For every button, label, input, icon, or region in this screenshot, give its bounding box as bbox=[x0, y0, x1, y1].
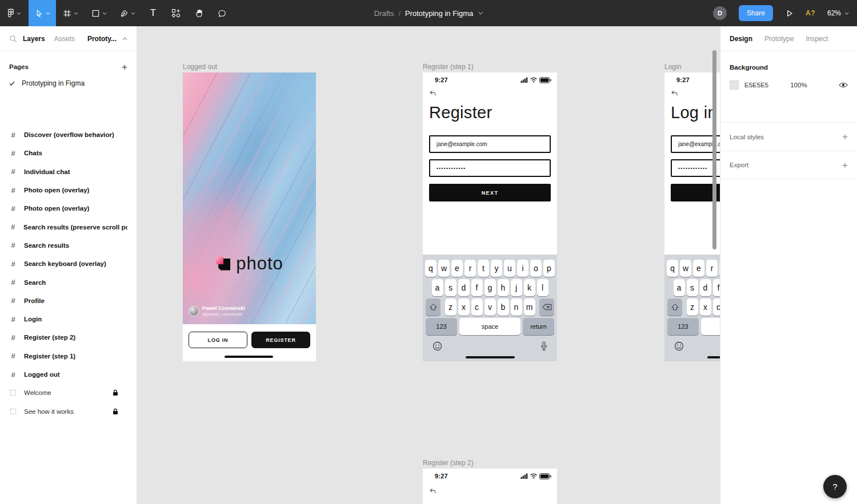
text-tool-button[interactable]: T bbox=[142, 0, 165, 26]
register-button[interactable]: REGISTER bbox=[251, 332, 310, 348]
export-row[interactable]: Export + bbox=[720, 151, 857, 179]
password-field[interactable]: •••••••••••• bbox=[429, 159, 551, 177]
keyboard-key[interactable]: o bbox=[530, 260, 542, 277]
keyboard-key[interactable]: f bbox=[713, 279, 720, 296]
keyboard-key[interactable]: z bbox=[445, 299, 456, 316]
keyboard-key[interactable]: i bbox=[517, 260, 528, 277]
page-item-current[interactable]: Prototyping in Figma bbox=[0, 75, 137, 91]
hand-tool-button[interactable] bbox=[187, 0, 210, 26]
frame-label-logged-out[interactable]: Logged out bbox=[183, 63, 217, 71]
color-opacity-value[interactable]: 100% bbox=[790, 82, 807, 88]
chevron-down-icon[interactable] bbox=[478, 11, 483, 15]
keyboard-key[interactable]: h bbox=[498, 279, 509, 296]
layer-row-chats[interactable]: Chats bbox=[0, 144, 137, 162]
emoji-icon[interactable] bbox=[432, 341, 442, 351]
space-key[interactable]: space bbox=[701, 318, 720, 335]
keyboard-key[interactable]: t bbox=[478, 260, 489, 277]
keyboard-key[interactable]: r bbox=[464, 260, 476, 277]
breadcrumb-folder[interactable]: Drafts bbox=[374, 9, 394, 18]
keyboard-key[interactable]: y bbox=[491, 260, 502, 277]
next-button[interactable]: NEXT bbox=[429, 184, 551, 201]
layer-row-profile[interactable]: Profile bbox=[0, 292, 137, 310]
keyboard-key[interactable]: n bbox=[511, 299, 522, 316]
keyboard-key[interactable]: c bbox=[713, 299, 720, 316]
layer-row-search-results[interactable]: Search results bbox=[0, 236, 137, 255]
canvas-frame-register-step1[interactable]: 9:27 Register jane@example.com •••••••••… bbox=[423, 72, 557, 361]
color-hex-value[interactable]: E5E5E5 bbox=[744, 82, 768, 88]
search-icon[interactable] bbox=[9, 35, 17, 43]
lock-icon[interactable] bbox=[113, 389, 118, 396]
keyboard-key[interactable]: f bbox=[471, 279, 483, 296]
layer-row-search-keyboard[interactable]: Search keyboard (overlay) bbox=[0, 255, 137, 273]
layer-row-search[interactable]: Search bbox=[0, 273, 137, 291]
tab-prototype[interactable]: Prototy... bbox=[87, 35, 117, 43]
collapse-chevron-icon[interactable] bbox=[122, 37, 127, 41]
layer-row-welcome[interactable]: Welcome bbox=[0, 384, 137, 402]
keyboard-key[interactable]: d bbox=[700, 279, 711, 296]
shape-tool-button[interactable] bbox=[85, 0, 113, 26]
add-style-button[interactable]: + bbox=[842, 132, 848, 142]
comment-tool-button[interactable] bbox=[210, 0, 233, 26]
keyboard-key[interactable]: w bbox=[438, 260, 450, 277]
keyboard-key[interactable]: r bbox=[706, 260, 718, 277]
tab-assets[interactable]: Assets bbox=[54, 35, 75, 43]
log-in-button[interactable]: LOG IN bbox=[189, 332, 247, 348]
keyboard-key[interactable]: q bbox=[667, 260, 678, 277]
keyboard-key[interactable]: d bbox=[458, 279, 470, 296]
keyboard-key[interactable]: j bbox=[511, 279, 522, 296]
emoji-icon[interactable] bbox=[674, 341, 684, 351]
add-page-button[interactable]: + bbox=[122, 62, 127, 72]
dictation-mic-icon[interactable] bbox=[540, 341, 547, 351]
keyboard-key[interactable]: g bbox=[484, 279, 496, 296]
keyboard-key[interactable]: e bbox=[693, 260, 704, 277]
share-button[interactable]: Share bbox=[739, 5, 773, 21]
layer-row-register-step1[interactable]: Register (step 1) bbox=[0, 347, 137, 365]
keyboard-key[interactable]: z bbox=[687, 299, 698, 316]
back-arrow-icon[interactable] bbox=[671, 90, 678, 96]
shift-key[interactable] bbox=[667, 299, 682, 316]
present-play-icon[interactable] bbox=[785, 9, 794, 18]
frame-label-login[interactable]: Login bbox=[664, 63, 681, 71]
canvas-scrollbar[interactable] bbox=[712, 50, 716, 249]
layer-row-search-results-preserve[interactable]: Search results (preserve scroll po... bbox=[0, 217, 137, 236]
keyboard-key[interactable]: a bbox=[432, 279, 443, 296]
resources-tool-button[interactable] bbox=[165, 0, 187, 26]
local-styles-row[interactable]: Local styles + bbox=[720, 122, 857, 151]
keyboard-key[interactable]: e bbox=[451, 260, 463, 277]
tab-design[interactable]: Design bbox=[730, 35, 752, 43]
tab-layers[interactable]: Layers bbox=[23, 35, 45, 43]
return-key[interactable]: return bbox=[523, 318, 554, 335]
keyboard-key[interactable]: m bbox=[524, 299, 535, 316]
keyboard-key[interactable]: l bbox=[537, 279, 548, 296]
frame-tool-button[interactable] bbox=[56, 0, 85, 26]
backspace-key[interactable] bbox=[539, 299, 554, 316]
layer-row-photo-open-2[interactable]: Photo open (overlay) bbox=[0, 199, 137, 217]
frame-label-register-step2[interactable]: Register (step 2) bbox=[423, 459, 474, 467]
keyboard-key[interactable]: k bbox=[524, 279, 535, 296]
keyboard-key[interactable]: w bbox=[680, 260, 691, 277]
layer-row-see-how-it-works[interactable]: See how it works bbox=[0, 402, 137, 420]
main-menu-button[interactable] bbox=[0, 0, 29, 26]
numbers-key[interactable]: 123 bbox=[667, 318, 699, 335]
visibility-eye-icon[interactable] bbox=[839, 82, 848, 88]
space-key[interactable]: space bbox=[459, 318, 520, 335]
layer-row-discover[interactable]: Discover (overflow behavior) bbox=[0, 126, 137, 144]
layer-row-login[interactable]: Login bbox=[0, 310, 137, 328]
keyboard-key[interactable]: q bbox=[425, 260, 436, 277]
layer-row-register-step2[interactable]: Register (step 2) bbox=[0, 328, 137, 346]
file-title[interactable]: Prototyping in Figma bbox=[405, 9, 473, 18]
canvas-frame-logged-out[interactable]: photo Pawel Czerwinski @pawel_czerwinski… bbox=[183, 72, 316, 361]
keyboard-key[interactable]: v bbox=[484, 299, 496, 316]
frame-label-register-step1[interactable]: Register (step 1) bbox=[423, 63, 474, 71]
layer-row-logged-out[interactable]: Logged out bbox=[0, 365, 137, 384]
email-field[interactable]: jane@example.com bbox=[429, 135, 551, 153]
avatar[interactable]: D bbox=[713, 6, 727, 20]
layer-row-photo-open-1[interactable]: Photo open (overlay) bbox=[0, 181, 137, 199]
keyboard-key[interactable]: c bbox=[471, 299, 483, 316]
missing-fonts-button[interactable]: A? bbox=[806, 9, 815, 17]
keyboard-key[interactable]: s bbox=[445, 279, 456, 296]
keyboard-key[interactable]: p bbox=[543, 260, 555, 277]
tab-inspect[interactable]: Inspect bbox=[806, 35, 828, 43]
keyboard-key[interactable]: s bbox=[687, 279, 698, 296]
keyboard-key[interactable]: x bbox=[700, 299, 711, 316]
